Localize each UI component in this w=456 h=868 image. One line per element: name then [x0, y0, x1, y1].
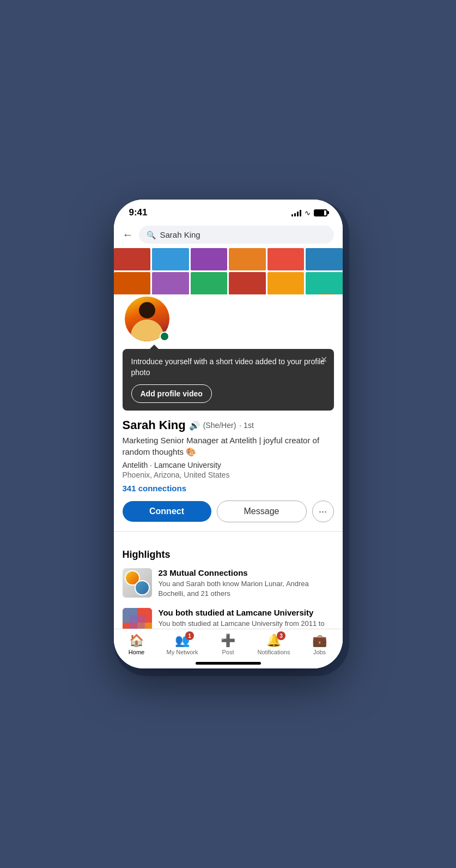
message-button[interactable]: Message [217, 501, 307, 522]
status-icons: ∿ [291, 209, 327, 217]
connections-count[interactable]: 341 connections [123, 484, 334, 493]
mutual-connections-text: 23 Mutual Connections You and Sarah both… [159, 568, 334, 599]
home-indicator [114, 658, 343, 668]
post-label: Post [222, 649, 234, 655]
pronouns: (She/Her) [203, 421, 236, 430]
bullet-separator: · [150, 461, 154, 469]
profile-name: Sarah King [123, 418, 186, 432]
university-heading: You both studied at Lamcane University [159, 608, 334, 617]
post-icon: ➕ [221, 634, 235, 648]
university-image [123, 608, 152, 629]
nav-post[interactable]: ➕ Post [205, 634, 251, 655]
home-bar [196, 662, 261, 665]
bottom-nav: 🏠 Home 👥 1 My Network ➕ Post 🔔 3 Notific… [114, 629, 343, 658]
scroll-content: ← 🔍 Sarah King [114, 221, 343, 629]
jobs-label: Jobs [313, 649, 326, 655]
university-name: Lamcane University [154, 461, 221, 469]
highlights-title: Highlights [123, 549, 334, 560]
battery-icon [314, 209, 327, 216]
search-input-wrap[interactable]: 🔍 Sarah King [139, 226, 334, 244]
more-options-button[interactable]: ··· [312, 501, 334, 522]
university-art-icon [123, 608, 152, 629]
nav-home[interactable]: 🏠 Home [114, 634, 160, 655]
university-text: You both studied at Lamcane University Y… [159, 608, 334, 629]
mutual-connections-description: You and Sarah both know Marion Lunar, An… [159, 579, 334, 599]
name-row: Sarah King 🔊 (She/Her) · 1st [123, 418, 334, 432]
mutual-connections-image [123, 568, 152, 598]
my-network-icon: 👥 1 [175, 634, 190, 648]
home-icon: 🏠 [129, 634, 144, 648]
video-tooltip: ✕ Introduce yourself with a short video … [123, 349, 334, 411]
my-network-badge: 1 [185, 631, 194, 640]
profile-location: Phoenix, Arizona, United States [123, 471, 334, 479]
university-highlight: You both studied at Lamcane University Y… [123, 608, 334, 629]
status-time: 9:41 [129, 207, 148, 218]
notifications-label: Notifications [258, 649, 290, 655]
profile-headline: Marketing Senior Manager at Antelith | j… [123, 435, 334, 457]
company-name: Antelith [123, 461, 148, 469]
company-university: Antelith · Lamcane University [123, 461, 334, 469]
notifications-badge: 3 [277, 631, 285, 640]
search-input: Sarah King [160, 230, 200, 239]
signal-icon [291, 209, 301, 216]
more-dots-icon: ··· [319, 506, 327, 517]
tooltip-text: Introduce yourself with a short video ad… [131, 357, 325, 378]
nav-jobs[interactable]: 💼 Jobs [297, 634, 343, 655]
nav-notifications[interactable]: 🔔 3 Notifications [251, 634, 297, 655]
svg-rect-3 [130, 615, 145, 629]
nav-my-network[interactable]: 👥 1 My Network [160, 634, 205, 655]
home-label: Home [129, 649, 144, 655]
section-divider [114, 531, 343, 532]
notifications-icon: 🔔 3 [266, 634, 281, 648]
mutual-connections-highlight: 23 Mutual Connections You and Sarah both… [123, 568, 334, 599]
mutual-avatar-2 [135, 580, 150, 595]
tooltip-close-button[interactable]: ✕ [320, 354, 327, 365]
status-bar: 9:41 ∿ [114, 200, 343, 221]
back-button[interactable]: ← [123, 228, 133, 241]
speaker-icon[interactable]: 🔊 [189, 420, 200, 431]
university-description: You both studied at Lamcane University f… [159, 619, 334, 629]
add-profile-video-button[interactable]: Add profile video [131, 384, 212, 403]
search-bar-row: ← 🔍 Sarah King [114, 221, 343, 248]
online-status-dot [160, 331, 169, 341]
my-network-label: My Network [166, 649, 198, 655]
mutual-connections-heading: 23 Mutual Connections [159, 568, 334, 577]
action-buttons: Connect Message ··· [123, 501, 334, 522]
jobs-icon: 💼 [312, 634, 327, 648]
connect-button[interactable]: Connect [123, 501, 211, 522]
highlights-section: Highlights 23 Mutual Connections You and… [114, 540, 343, 629]
search-icon: 🔍 [147, 231, 156, 239]
avatar [123, 294, 172, 343]
connection-degree: · 1st [239, 421, 253, 430]
profile-section: ✕ Introduce yourself with a short video … [114, 294, 343, 540]
wifi-icon: ∿ [305, 209, 311, 217]
phone-frame: 9:41 ∿ ← 🔍 Sarah King [114, 200, 343, 668]
